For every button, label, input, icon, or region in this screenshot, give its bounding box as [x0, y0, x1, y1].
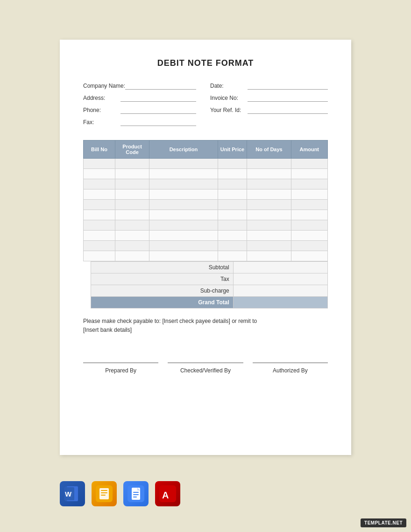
table-cell[interactable] — [247, 231, 291, 241]
date-label: Date: — [210, 83, 248, 89]
signature-line-3 — [253, 363, 328, 363]
table-cell[interactable] — [84, 179, 115, 189]
table-cell[interactable] — [149, 251, 218, 261]
table-cell[interactable] — [291, 169, 327, 179]
table-cell[interactable] — [291, 220, 327, 231]
table-cell[interactable] — [84, 200, 115, 210]
table-cell[interactable] — [218, 189, 247, 200]
table-cell[interactable] — [149, 200, 218, 210]
table-row — [84, 179, 328, 189]
table-cell[interactable] — [115, 210, 149, 220]
table-cell[interactable] — [218, 251, 247, 261]
table-cell[interactable] — [84, 169, 115, 179]
table-cell[interactable] — [247, 169, 291, 179]
table-cell[interactable] — [218, 210, 247, 220]
subtotal-value[interactable] — [233, 262, 327, 273]
table-cell[interactable] — [115, 179, 149, 189]
table-cell[interactable] — [218, 231, 247, 241]
date-input[interactable] — [248, 82, 328, 90]
tax-value[interactable] — [233, 273, 327, 285]
fax-input[interactable] — [120, 119, 196, 126]
table-cell[interactable] — [291, 210, 327, 220]
template-badge: TEMPLATE.NET — [361, 518, 406, 527]
table-row — [84, 189, 328, 200]
table-cell[interactable] — [291, 231, 327, 241]
document-title: DEBIT NOTE FORMAT — [83, 58, 328, 68]
table-cell[interactable] — [115, 241, 149, 251]
table-row — [84, 220, 328, 231]
table-cell[interactable] — [247, 241, 291, 251]
table-cell[interactable] — [247, 220, 291, 231]
table-cell[interactable] — [218, 241, 247, 251]
table-cell[interactable] — [115, 169, 149, 179]
table-cell[interactable] — [149, 189, 218, 200]
table-cell[interactable] — [291, 179, 327, 189]
app-icons-row: W W A — [60, 481, 180, 506]
ref-id-label: Your Ref. Id: — [210, 107, 248, 113]
table-cell[interactable] — [149, 179, 218, 189]
invoice-no-input[interactable] — [248, 94, 328, 102]
header-amount: Amount — [291, 140, 327, 159]
table-cell[interactable] — [149, 169, 218, 179]
table-cell[interactable] — [218, 200, 247, 210]
date-row: Date: — [210, 82, 328, 90]
ref-id-input[interactable] — [248, 106, 328, 114]
table-cell[interactable] — [247, 251, 291, 261]
table-cell[interactable] — [149, 210, 218, 220]
grand-total-label: Grand Total — [91, 297, 234, 308]
table-cell[interactable] — [247, 210, 291, 220]
signature-checked-by: Checked/Verified By — [168, 363, 243, 374]
table-row — [84, 169, 328, 179]
tax-label: Tax — [91, 273, 234, 285]
table-cell[interactable] — [247, 189, 291, 200]
table-cell[interactable] — [291, 200, 327, 210]
table-cell[interactable] — [115, 251, 149, 261]
table-cell[interactable] — [84, 159, 115, 169]
summary-table: Subtotal Tax Sub-charge Grand Total — [83, 261, 328, 308]
gdocs-app-icon[interactable] — [123, 481, 149, 506]
acrobat-app-icon[interactable]: A — [155, 481, 180, 506]
grand-total-value[interactable] — [233, 297, 327, 308]
table-cell[interactable] — [149, 231, 218, 241]
table-cell[interactable] — [218, 220, 247, 231]
document-container: DEBIT NOTE FORMAT Company Name: Address:… — [60, 40, 351, 455]
pages-app-icon[interactable] — [92, 481, 117, 506]
address-input[interactable] — [120, 94, 196, 102]
table-cell[interactable] — [247, 200, 291, 210]
subcharge-value[interactable] — [233, 285, 327, 297]
company-name-row: Company Name: — [83, 82, 196, 90]
table-cell[interactable] — [149, 241, 218, 251]
table-cell[interactable] — [291, 251, 327, 261]
table-cell[interactable] — [218, 159, 247, 169]
table-cell[interactable] — [84, 231, 115, 241]
authorized-by-label: Authorized By — [273, 367, 308, 374]
table-cell[interactable] — [218, 169, 247, 179]
svg-rect-14 — [133, 497, 137, 497]
table-cell[interactable] — [115, 231, 149, 241]
table-cell[interactable] — [149, 220, 218, 231]
phone-input[interactable] — [120, 106, 196, 114]
svg-rect-9 — [101, 495, 106, 496]
table-cell[interactable] — [115, 189, 149, 200]
company-name-input[interactable] — [125, 82, 196, 90]
table-cell[interactable] — [115, 220, 149, 231]
table-cell[interactable] — [84, 220, 115, 231]
table-cell[interactable] — [115, 159, 149, 169]
table-cell[interactable] — [291, 159, 327, 169]
table-cell[interactable] — [84, 251, 115, 261]
table-cell[interactable] — [291, 241, 327, 251]
table-cell[interactable] — [218, 179, 247, 189]
table-cell[interactable] — [291, 189, 327, 200]
table-cell[interactable] — [247, 179, 291, 189]
svg-rect-12 — [133, 492, 139, 493]
table-cell[interactable] — [84, 189, 115, 200]
svg-rect-8 — [101, 492, 107, 493]
table-cell[interactable] — [247, 159, 291, 169]
word-app-icon[interactable]: W W — [60, 481, 85, 506]
signature-section: Prepared By Checked/Verified By Authoriz… — [83, 358, 328, 374]
grand-total-row: Grand Total — [83, 297, 328, 308]
table-cell[interactable] — [84, 210, 115, 220]
table-cell[interactable] — [149, 159, 218, 169]
table-cell[interactable] — [84, 241, 115, 251]
table-cell[interactable] — [115, 200, 149, 210]
